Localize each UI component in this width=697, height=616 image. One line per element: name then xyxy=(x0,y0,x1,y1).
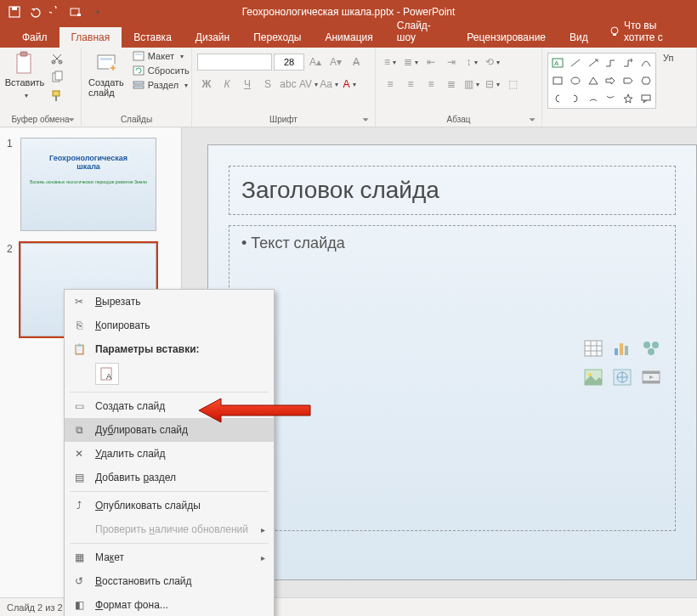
text-direction-button[interactable]: ⟲ xyxy=(483,53,502,71)
title-placeholder[interactable]: Заголовок слайда xyxy=(229,166,676,215)
ctx-format-background[interactable]: ◧Формат фона... xyxy=(65,593,274,616)
insert-online-picture-icon[interactable] xyxy=(610,365,634,389)
change-case-button[interactable]: Aa xyxy=(320,75,338,93)
tab-home[interactable]: Главная xyxy=(60,27,122,48)
shape-line-icon[interactable] xyxy=(567,54,585,72)
new-slide-button[interactable]: Создать слайд xyxy=(87,49,126,100)
shape-textbox-icon[interactable]: A xyxy=(549,54,567,72)
svg-rect-36 xyxy=(625,346,628,355)
shape-connector-arrow-icon[interactable] xyxy=(620,54,638,72)
body-placeholder[interactable]: • Текст слайда xyxy=(229,225,676,531)
shape-connector-icon[interactable] xyxy=(602,54,620,72)
paste-keep-formatting-button[interactable]: A xyxy=(95,363,119,385)
shape-callout-icon[interactable] xyxy=(637,89,654,107)
shape-rbrace-icon[interactable] xyxy=(567,89,585,107)
paste-button[interactable]: Вставить xyxy=(5,49,44,102)
decrease-font-icon[interactable]: A▾ xyxy=(326,53,345,71)
shape-star-icon[interactable] xyxy=(620,89,638,107)
reset-button[interactable]: Сбросить xyxy=(129,64,193,77)
svg-rect-15 xyxy=(100,58,112,60)
tab-insert[interactable]: Вставка xyxy=(122,27,184,48)
shape-line-arrow-icon[interactable] xyxy=(584,54,602,72)
ctx-publish-slides[interactable]: ⤴Опубликовать слайды xyxy=(65,494,274,517)
copy-icon[interactable] xyxy=(48,68,66,87)
align-text-button[interactable]: ⊟ xyxy=(483,75,502,93)
insert-chart-icon[interactable] xyxy=(610,336,634,360)
slide[interactable]: Заголовок слайда • Текст слайда xyxy=(207,144,697,580)
shape-curve-icon[interactable] xyxy=(637,54,654,72)
decrease-indent-button[interactable]: ⇤ xyxy=(422,53,440,71)
insert-video-icon[interactable] xyxy=(639,365,663,389)
italic-button[interactable]: К xyxy=(218,75,236,93)
bullets-button[interactable]: ≡ xyxy=(381,53,400,71)
align-left-button[interactable]: ≡ xyxy=(381,75,400,93)
shape-oval-icon[interactable] xyxy=(567,72,585,90)
ctx-add-section[interactable]: ▤Добавить раздел xyxy=(65,466,274,489)
thumbnail-number: 2 xyxy=(7,243,15,255)
layout-icon: ▦ xyxy=(71,550,87,565)
smartart-button[interactable]: ⬚ xyxy=(503,75,522,93)
qat-more-icon[interactable] xyxy=(87,3,105,21)
shape-arc-icon[interactable] xyxy=(584,89,602,107)
tab-slideshow[interactable]: Слайд-шоу xyxy=(385,15,456,48)
line-spacing-button[interactable]: ↕ xyxy=(462,53,481,71)
columns-button[interactable]: ▥ xyxy=(462,75,481,93)
font-family-combo[interactable] xyxy=(197,54,272,71)
justify-button[interactable]: ≣ xyxy=(442,75,461,93)
separator xyxy=(70,491,269,492)
thumbnail-1[interactable]: 1 Геохронологическая шкала Восемь основн… xyxy=(7,138,174,231)
insert-smartart-icon[interactable] xyxy=(639,336,663,360)
quick-access-toolbar xyxy=(5,3,105,21)
redo-icon[interactable] xyxy=(46,3,65,21)
tab-file[interactable]: Файл xyxy=(10,27,60,48)
insert-table-icon[interactable] xyxy=(581,336,605,360)
ctx-duplicate-slide[interactable]: ⧉Дублировать слайд xyxy=(65,418,274,442)
shape-arrow-right-icon[interactable] xyxy=(602,72,620,90)
shape-triangle-icon[interactable] xyxy=(584,72,602,90)
numbering-button[interactable]: ≣ xyxy=(401,53,420,71)
tell-me-search[interactable]: Что вы хотите с xyxy=(600,15,697,48)
tab-transitions[interactable]: Переходы xyxy=(241,27,313,48)
increase-indent-button[interactable]: ⇥ xyxy=(442,53,461,71)
ctx-layout[interactable]: ▦Макет▸ xyxy=(65,545,274,569)
clear-formatting-icon[interactable]: A̶ xyxy=(347,53,366,71)
font-size-combo[interactable] xyxy=(274,54,304,71)
section-button[interactable]: Раздел xyxy=(129,78,193,92)
shape-pentagon-icon[interactable] xyxy=(620,72,638,90)
svg-rect-26 xyxy=(553,77,562,84)
format-painter-icon[interactable] xyxy=(48,87,66,105)
save-icon[interactable] xyxy=(5,3,24,21)
shape-arc2-icon[interactable] xyxy=(602,89,620,107)
ctx-restore-slide[interactable]: ↺Восстановить слайд xyxy=(65,569,274,593)
ctx-new-slide[interactable]: ▭Создать слайд xyxy=(65,394,274,418)
align-center-button[interactable]: ≡ xyxy=(401,75,420,93)
char-spacing-button[interactable]: AV xyxy=(299,75,318,93)
svg-rect-28 xyxy=(642,95,650,100)
shape-hexagon-icon[interactable] xyxy=(637,72,654,90)
insert-picture-icon[interactable] xyxy=(581,365,605,389)
cut-icon[interactable] xyxy=(48,49,66,68)
shape-lbrace-icon[interactable] xyxy=(549,89,567,107)
font-color-button[interactable]: A xyxy=(340,75,359,93)
tab-animations[interactable]: Анимация xyxy=(313,27,384,48)
start-from-beginning-icon[interactable] xyxy=(66,3,85,21)
bold-button[interactable]: Ж xyxy=(197,75,216,93)
tab-design[interactable]: Дизайн xyxy=(184,27,241,48)
ctx-delete-slide[interactable]: ✕Удалить слайд xyxy=(65,442,274,466)
ctx-cut[interactable]: ✂ВВырезатьырезать xyxy=(65,290,274,314)
layout-button[interactable]: Макет xyxy=(129,49,193,63)
ctx-copy[interactable]: ⎘Копировать xyxy=(65,314,274,337)
tab-view[interactable]: Вид xyxy=(558,27,600,48)
shadow-button[interactable]: S xyxy=(258,75,277,93)
layout-icon xyxy=(133,51,144,61)
strikethrough-button[interactable]: abc xyxy=(279,75,298,93)
underline-button[interactable]: Ч xyxy=(238,75,257,93)
undo-icon[interactable] xyxy=(26,3,44,21)
shapes-gallery[interactable]: A xyxy=(547,53,656,109)
align-right-button[interactable]: ≡ xyxy=(422,75,440,93)
section-icon xyxy=(133,80,144,90)
shape-rect-icon[interactable] xyxy=(549,72,567,90)
increase-font-icon[interactable]: A▴ xyxy=(306,53,325,71)
format-bg-icon: ◧ xyxy=(71,597,87,613)
tab-review[interactable]: Рецензирование xyxy=(455,27,558,48)
